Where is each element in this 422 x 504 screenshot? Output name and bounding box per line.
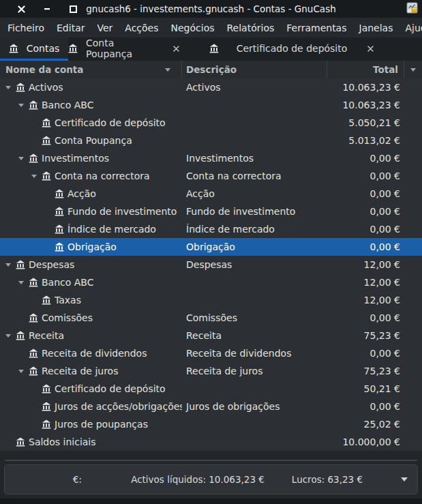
bank-icon [55, 242, 65, 252]
account-row-receita[interactable]: ReceitaReceita75,23 € [0, 327, 422, 344]
bank-icon [42, 419, 51, 429]
column-header-description[interactable]: Descrição [182, 61, 327, 78]
bank-icon [42, 384, 51, 394]
bank-icon [42, 295, 52, 305]
bank-icon [29, 349, 38, 358]
account-description: Conta na correctora [182, 167, 327, 185]
menu-ficheiro[interactable]: Ficheiro [1, 20, 50, 36]
account-row-despesas[interactable]: DespesasDespesas12,00 € [0, 256, 422, 273]
bank-icon [42, 136, 51, 145]
menu-relatorios[interactable]: Relatórios [221, 20, 281, 36]
account-row-banco-abc[interactable]: Banco ABC12,00 € [0, 273, 422, 291]
bank-icon [55, 224, 64, 234]
account-row-banco-abc[interactable]: Banco ABC10.063,23 € [0, 96, 422, 114]
account-row-saldos-iniciais[interactable]: Saldos iniciais10.000,00 € [0, 433, 422, 451]
account-row-investimentos[interactable]: InvestimentosInvestimentos0,00 € [0, 149, 422, 167]
menu-ver[interactable]: Ver [91, 20, 119, 36]
tab-label: Contas [27, 43, 60, 54]
row-end-padding [404, 273, 422, 291]
account-name: Receita de juros [42, 366, 118, 376]
bank-icon [68, 44, 78, 53]
account-total: 0,00 € [327, 344, 404, 362]
menu-ajuda[interactable]: Ajuda [399, 20, 422, 36]
account-row-accao[interactable]: AcçãoAcção0,00 € [0, 185, 422, 203]
account-row-receita-de-juros[interactable]: Receita de jurosReceita de juros75,23 € [0, 362, 422, 380]
column-header-total[interactable]: Total [327, 61, 404, 78]
close-tab-button[interactable] [170, 43, 181, 54]
account-name: Receita [29, 330, 64, 341]
account-total: 0,00 € [327, 149, 404, 167]
tab-conta-poupanca[interactable]: Conta Poupança [68, 38, 181, 61]
bank-icon [55, 207, 65, 216]
expander-icon[interactable] [18, 104, 29, 107]
account-row-taxas[interactable]: Taxas12,00 € [0, 291, 422, 309]
bank-icon [29, 349, 39, 358]
bank-icon [9, 44, 18, 53]
bank-icon [42, 295, 51, 305]
row-end-padding [404, 433, 422, 451]
account-name: Banco ABC [42, 277, 93, 288]
expander-icon[interactable] [18, 157, 29, 160]
account-row-conta-poupanca[interactable]: Conta Poupança5.013,02 € [0, 132, 422, 149]
account-row-obrigacao[interactable]: ObrigaçãoObrigação0,00 € [0, 238, 422, 256]
tab-certificado-de-deposito[interactable]: Certificado de depósito [181, 38, 404, 61]
minimize-window-button[interactable] [42, 4, 52, 14]
account-row-fundo-de-investimento[interactable]: Fundo de investimentoFundo de investimen… [0, 203, 422, 220]
account-row-juros-de-poupancas[interactable]: Juros de poupanças25,02 € [0, 415, 422, 433]
bank-icon [29, 100, 38, 110]
account-description [182, 273, 327, 291]
net-assets-label: Activos líquidos: 10.063,23 € [131, 474, 265, 485]
close-window-button[interactable] [16, 4, 26, 14]
account-total: 75,23 € [327, 362, 404, 380]
menu-editar[interactable]: Editar [50, 20, 91, 36]
expander-icon[interactable] [5, 86, 16, 89]
account-description: Obrigação [182, 238, 327, 256]
bank-icon [209, 44, 219, 53]
account-name: Certificado de depósito [55, 117, 166, 128]
table-header: Nome da conta Descrição Total [0, 61, 422, 78]
account-row-juros-de-accoes-obrigacoes[interactable]: Juros de acções/obrigaçõesJuros de obrig… [0, 398, 422, 415]
row-end-padding [404, 256, 422, 273]
maximize-window-button[interactable] [68, 4, 78, 14]
expander-icon[interactable] [18, 281, 29, 284]
expander-icon[interactable] [18, 370, 29, 373]
account-name: Juros de poupanças [55, 419, 148, 430]
account-row-activos[interactable]: ActivosActivos10.063,23 € [0, 78, 422, 96]
bank-icon [55, 189, 64, 198]
summary-dropdown-button[interactable] [401, 477, 408, 481]
account-row-certificado-de-deposito[interactable]: Certificado de depósito5.050,21 € [0, 114, 422, 132]
row-end-padding [404, 203, 422, 220]
account-row-certificado-de-deposito[interactable]: Certificado de depósito50,21 € [0, 380, 422, 398]
summary-bar[interactable]: €: Activos líquidos: 10.063,23 € Lucros:… [4, 464, 418, 494]
menu-ferramentas[interactable]: Ferramentas [280, 20, 352, 36]
menu-janelas[interactable]: Janelas [353, 20, 400, 36]
tab-contas[interactable]: Contas [0, 38, 68, 61]
account-description: Despesas [182, 256, 327, 273]
minimize-icon [43, 5, 51, 13]
close-tab-button[interactable] [365, 43, 376, 54]
account-name: Conta Poupança [55, 135, 132, 146]
row-end-padding [404, 96, 422, 114]
account-name: Acção [67, 188, 96, 199]
menu-accoes[interactable]: Acções [119, 20, 164, 36]
row-end-padding [404, 132, 422, 149]
account-row-indice-de-mercado[interactable]: Índice de mercadoÍndice de mercado0,00 € [0, 220, 422, 238]
bank-icon [42, 384, 52, 394]
bank-icon [29, 100, 39, 110]
account-row-receita-de-dividendos[interactable]: Receita de dividendosReceita de dividend… [0, 344, 422, 362]
account-description [182, 433, 327, 451]
expander-icon[interactable] [5, 263, 16, 267]
account-name: Despesas [29, 259, 74, 270]
account-row-comissoes[interactable]: ComissõesComissões0,00 € [0, 309, 422, 327]
account-total: 12,00 € [327, 273, 404, 291]
expander-icon[interactable] [31, 175, 42, 178]
row-end-padding [404, 362, 422, 380]
chevron-down-icon [401, 477, 408, 481]
account-row-conta-na-correctora[interactable]: Conta na correctoraConta na correctora0,… [0, 167, 422, 185]
menu-negocios[interactable]: Negócios [165, 20, 221, 36]
account-total: 25,02 € [327, 415, 404, 433]
column-header-account-name[interactable]: Nome da conta [0, 61, 182, 78]
bank-icon [29, 366, 38, 376]
expander-icon[interactable] [5, 334, 16, 338]
column-picker-button[interactable] [404, 61, 422, 78]
